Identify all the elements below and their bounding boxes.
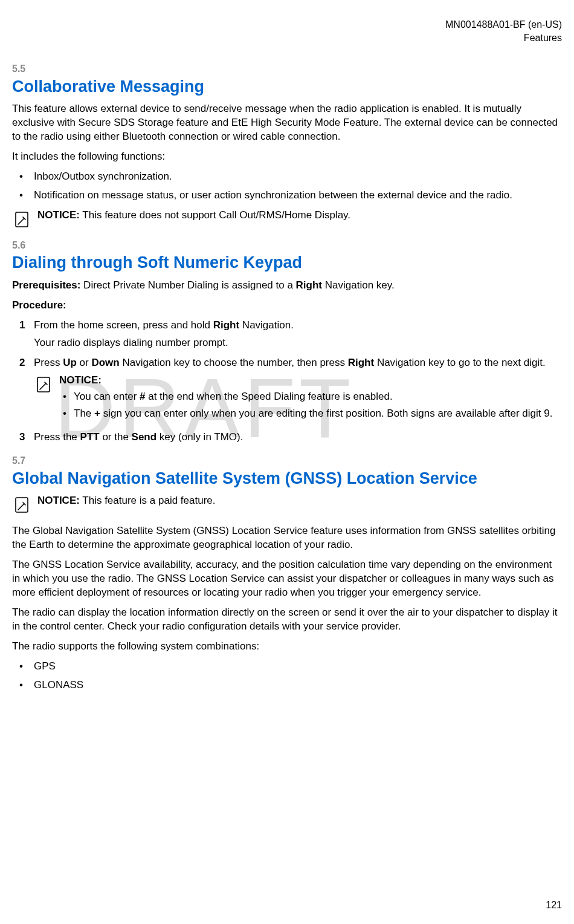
para-57-4: The radio supports the following system … (12, 640, 562, 654)
header-meta: MN001488A01-BF (en-US) Features (12, 18, 562, 44)
step-3: Press the PTT or the Send key (only in T… (12, 431, 562, 444)
notice-label: NOTICE: (37, 209, 80, 221)
notice-text: This feature is a paid feature. (80, 495, 216, 506)
step-3-text-c: or the (100, 431, 132, 443)
step-3-send: Send (132, 431, 157, 443)
section-number-55: 5.5 (12, 62, 562, 76)
svg-rect-1 (37, 377, 50, 392)
section-title-collaborative-messaging: Collaborative Messaging (12, 76, 562, 97)
svg-rect-2 (16, 498, 28, 512)
notice-label: NOTICE: (37, 495, 80, 506)
notice-icon (34, 375, 53, 394)
step-3-text-e: key (only in TMO). (156, 431, 243, 443)
prereq-line: Prerequisites: Direct Private Number Dia… (12, 279, 562, 293)
procedure-list: From the home screen, press and hold Rig… (12, 319, 562, 445)
step-2: Press Up or Down Navigation key to choos… (12, 356, 562, 425)
para-57-1: The Global Navigation Satellite System (… (12, 524, 562, 552)
step-1-bold: Right (213, 319, 239, 331)
section-number-57: 5.7 (12, 454, 562, 467)
step-2-text-e: Navigation key to choose the number, the… (120, 357, 348, 368)
notice-label: NOTICE: (59, 374, 562, 388)
list-item: Notification on message status, or user … (12, 189, 562, 203)
procedure-label: Procedure: (12, 299, 562, 313)
notice-content: NOTICE: You can enter # at the end when … (59, 374, 562, 425)
bullet-list-57: GPS GLONASS (12, 660, 562, 692)
notice-55: NOTICE: This feature does not support Ca… (12, 209, 562, 229)
para-55-2: It includes the following functions: (12, 150, 562, 164)
section-name: Features (12, 31, 562, 45)
section-title-gnss: Global Navigation Satellite System (GNSS… (12, 467, 562, 489)
prereq-bold: Right (296, 279, 322, 291)
nested-bullets: You can enter # at the end when the Spee… (59, 390, 562, 421)
step-1-text-c: Navigation. (239, 319, 294, 331)
step-3-text-a: Press the (34, 431, 80, 443)
step-1-text-a: From the home screen, press and hold (34, 319, 213, 331)
list-item: The + sign you can enter only when you a… (59, 407, 562, 421)
prereq-text-a: Direct Private Number Dialing is assigne… (80, 279, 295, 291)
b2b: + (94, 408, 100, 419)
doc-id: MN001488A01-BF (en-US) (12, 18, 562, 31)
bullet-list-55: Inbox/Outbox synchronization. Notificati… (12, 170, 562, 203)
list-item: GPS (12, 660, 562, 674)
step-2-right: Right (348, 357, 374, 368)
notice-57: NOTICE: This feature is a paid feature. (12, 494, 562, 515)
step-2-text-g: Navigation key to go to the next digit. (374, 357, 546, 368)
step-2-up: Up (63, 357, 77, 368)
b2c: sign you can enter only when you are edi… (100, 408, 552, 419)
list-item: You can enter # at the end when the Spee… (59, 390, 562, 404)
section-title-dialing: Dialing through Soft Numeric Keypad (12, 252, 562, 273)
notice-content: NOTICE: This feature is a paid feature. (37, 494, 562, 508)
step-1: From the home screen, press and hold Rig… (12, 319, 562, 350)
para-57-3: The radio can display the location infor… (12, 606, 562, 634)
notice-icon (12, 495, 31, 515)
list-item: Inbox/Outbox synchronization. (12, 170, 562, 184)
prereq-text-b: Navigation key. (322, 279, 395, 291)
list-item: GLONASS (12, 678, 562, 692)
step-2-down: Down (91, 357, 119, 368)
page-number: 121 (546, 899, 562, 912)
step-2-text-c: or (77, 357, 92, 368)
step-3-ptt: PTT (80, 431, 100, 443)
b2a: The (74, 408, 94, 419)
para-57-2: The GNSS Location Service availability, … (12, 558, 562, 600)
para-55-1: This feature allows external device to s… (12, 102, 562, 144)
prereq-label: Prerequisites: (12, 279, 80, 291)
notice-step2: NOTICE: You can enter # at the end when … (34, 374, 562, 425)
b1c: at the end when the Speed Dialing featur… (145, 391, 392, 402)
b1a: You can enter (74, 391, 140, 402)
notice-content: NOTICE: This feature does not support Ca… (37, 209, 562, 223)
step-2-text-a: Press (34, 357, 63, 368)
notice-text: This feature does not support Call Out/R… (80, 209, 350, 221)
svg-rect-0 (16, 212, 28, 227)
notice-icon (12, 210, 31, 229)
step-1-sub: Your radio displays dialing number promp… (34, 336, 562, 350)
section-number-56: 5.6 (12, 239, 562, 252)
